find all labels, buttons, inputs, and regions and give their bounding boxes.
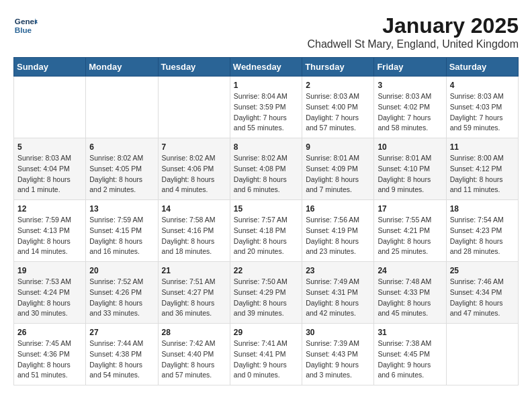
day-info: Sunrise: 8:00 AM Sunset: 4:12 PM Dayligh… bbox=[450, 153, 515, 195]
day-number: 14 bbox=[162, 204, 226, 214]
day-info: Sunrise: 8:01 AM Sunset: 4:09 PM Dayligh… bbox=[306, 153, 370, 195]
day-number: 26 bbox=[17, 328, 82, 337]
day-number: 13 bbox=[89, 204, 154, 214]
calendar-cell: 20Sunrise: 7:52 AM Sunset: 4:26 PM Dayli… bbox=[86, 262, 158, 324]
week-row-1: 1Sunrise: 8:04 AM Sunset: 3:59 PM Daylig… bbox=[14, 77, 519, 138]
day-info: Sunrise: 7:45 AM Sunset: 4:36 PM Dayligh… bbox=[17, 338, 82, 381]
calendar-cell: 22Sunrise: 7:50 AM Sunset: 4:29 PM Dayli… bbox=[230, 262, 302, 324]
day-number: 6 bbox=[89, 142, 154, 152]
calendar-cell: 7Sunrise: 8:02 AM Sunset: 4:06 PM Daylig… bbox=[158, 138, 230, 200]
day-info: Sunrise: 7:49 AM Sunset: 4:31 PM Dayligh… bbox=[306, 277, 370, 319]
calendar-cell: 25Sunrise: 7:46 AM Sunset: 4:34 PM Dayli… bbox=[446, 262, 518, 324]
day-info: Sunrise: 7:41 AM Sunset: 4:41 PM Dayligh… bbox=[234, 338, 298, 381]
calendar-cell: 9Sunrise: 8:01 AM Sunset: 4:09 PM Daylig… bbox=[302, 138, 374, 200]
day-number: 31 bbox=[378, 328, 442, 337]
day-info: Sunrise: 7:56 AM Sunset: 4:19 PM Dayligh… bbox=[306, 215, 370, 257]
day-info: Sunrise: 8:04 AM Sunset: 3:59 PM Dayligh… bbox=[234, 91, 298, 134]
calendar-cell: 24Sunrise: 7:48 AM Sunset: 4:33 PM Dayli… bbox=[374, 262, 446, 324]
day-info: Sunrise: 7:59 AM Sunset: 4:15 PM Dayligh… bbox=[89, 215, 154, 257]
calendar-cell: 27Sunrise: 7:44 AM Sunset: 4:38 PM Dayli… bbox=[86, 324, 158, 385]
day-number: 20 bbox=[89, 266, 154, 275]
day-number: 24 bbox=[378, 266, 442, 275]
day-info: Sunrise: 7:54 AM Sunset: 4:23 PM Dayligh… bbox=[450, 215, 515, 257]
day-info: Sunrise: 8:01 AM Sunset: 4:10 PM Dayligh… bbox=[378, 153, 442, 195]
calendar-header: General Blue January 2025 Chadwell St Ma… bbox=[13, 13, 519, 50]
day-info: Sunrise: 7:51 AM Sunset: 4:27 PM Dayligh… bbox=[162, 277, 226, 319]
calendar-cell: 14Sunrise: 7:58 AM Sunset: 4:16 PM Dayli… bbox=[158, 200, 230, 262]
week-row-4: 19Sunrise: 7:53 AM Sunset: 4:24 PM Dayli… bbox=[14, 262, 519, 324]
day-info: Sunrise: 8:02 AM Sunset: 4:08 PM Dayligh… bbox=[234, 153, 298, 195]
calendar-cell: 28Sunrise: 7:42 AM Sunset: 4:40 PM Dayli… bbox=[158, 324, 230, 385]
calendar-cell: 31Sunrise: 7:38 AM Sunset: 4:45 PM Dayli… bbox=[374, 324, 446, 385]
day-number: 25 bbox=[450, 266, 515, 275]
day-info: Sunrise: 8:03 AM Sunset: 4:04 PM Dayligh… bbox=[17, 153, 82, 195]
day-info: Sunrise: 7:44 AM Sunset: 4:38 PM Dayligh… bbox=[89, 338, 154, 381]
logo-icon: General Blue bbox=[13, 13, 38, 38]
title-block: January 2025 Chadwell St Mary, England, … bbox=[307, 13, 519, 50]
calendar-cell: 29Sunrise: 7:41 AM Sunset: 4:41 PM Dayli… bbox=[230, 324, 302, 385]
logo: General Blue bbox=[13, 13, 38, 38]
day-number: 22 bbox=[234, 266, 298, 275]
day-info: Sunrise: 7:52 AM Sunset: 4:26 PM Dayligh… bbox=[89, 277, 154, 319]
calendar-cell bbox=[14, 77, 86, 138]
calendar-cell: 21Sunrise: 7:51 AM Sunset: 4:27 PM Dayli… bbox=[158, 262, 230, 324]
day-number: 19 bbox=[17, 266, 82, 275]
calendar-cell: 30Sunrise: 7:39 AM Sunset: 4:43 PM Dayli… bbox=[302, 324, 374, 385]
day-info: Sunrise: 7:48 AM Sunset: 4:33 PM Dayligh… bbox=[378, 277, 442, 319]
day-info: Sunrise: 7:59 AM Sunset: 4:13 PM Dayligh… bbox=[17, 215, 82, 257]
day-number: 15 bbox=[234, 204, 298, 214]
calendar-table: SundayMondayTuesdayWednesdayThursdayFrid… bbox=[13, 57, 519, 385]
day-info: Sunrise: 8:03 AM Sunset: 4:02 PM Dayligh… bbox=[378, 91, 442, 134]
day-info: Sunrise: 7:57 AM Sunset: 4:18 PM Dayligh… bbox=[234, 215, 298, 257]
calendar-cell: 8Sunrise: 8:02 AM Sunset: 4:08 PM Daylig… bbox=[230, 138, 302, 200]
day-number: 5 bbox=[17, 142, 82, 152]
day-number: 27 bbox=[89, 328, 154, 337]
day-number: 4 bbox=[450, 81, 515, 90]
calendar-cell bbox=[158, 77, 230, 138]
day-info: Sunrise: 8:02 AM Sunset: 4:05 PM Dayligh… bbox=[89, 153, 154, 195]
calendar-cell: 17Sunrise: 7:55 AM Sunset: 4:21 PM Dayli… bbox=[374, 200, 446, 262]
day-info: Sunrise: 7:46 AM Sunset: 4:34 PM Dayligh… bbox=[450, 277, 515, 319]
weekday-header-sunday: Sunday bbox=[14, 58, 86, 77]
calendar-cell bbox=[86, 77, 158, 138]
day-number: 11 bbox=[450, 142, 515, 152]
week-row-3: 12Sunrise: 7:59 AM Sunset: 4:13 PM Dayli… bbox=[14, 200, 519, 262]
weekday-header-monday: Monday bbox=[86, 58, 158, 77]
day-number: 3 bbox=[378, 81, 442, 90]
calendar-cell: 16Sunrise: 7:56 AM Sunset: 4:19 PM Dayli… bbox=[302, 200, 374, 262]
calendar-cell: 10Sunrise: 8:01 AM Sunset: 4:10 PM Dayli… bbox=[374, 138, 446, 200]
day-number: 29 bbox=[234, 328, 298, 337]
calendar-title: January 2025 bbox=[307, 13, 519, 38]
week-row-2: 5Sunrise: 8:03 AM Sunset: 4:04 PM Daylig… bbox=[14, 138, 519, 200]
calendar-cell: 19Sunrise: 7:53 AM Sunset: 4:24 PM Dayli… bbox=[14, 262, 86, 324]
day-number: 7 bbox=[162, 142, 226, 152]
day-number: 30 bbox=[306, 328, 370, 337]
calendar-cell: 3Sunrise: 8:03 AM Sunset: 4:02 PM Daylig… bbox=[374, 77, 446, 138]
calendar-cell: 11Sunrise: 8:00 AM Sunset: 4:12 PM Dayli… bbox=[446, 138, 518, 200]
weekday-header-wednesday: Wednesday bbox=[230, 58, 302, 77]
day-number: 23 bbox=[306, 266, 370, 275]
calendar-cell: 18Sunrise: 7:54 AM Sunset: 4:23 PM Dayli… bbox=[446, 200, 518, 262]
day-number: 1 bbox=[234, 81, 298, 90]
calendar-cell: 15Sunrise: 7:57 AM Sunset: 4:18 PM Dayli… bbox=[230, 200, 302, 262]
calendar-cell: 12Sunrise: 7:59 AM Sunset: 4:13 PM Dayli… bbox=[14, 200, 86, 262]
day-info: Sunrise: 8:03 AM Sunset: 4:00 PM Dayligh… bbox=[306, 91, 370, 134]
calendar-cell bbox=[446, 324, 518, 385]
day-number: 9 bbox=[306, 142, 370, 152]
day-number: 21 bbox=[162, 266, 226, 275]
calendar-subtitle: Chadwell St Mary, England, United Kingdo… bbox=[307, 38, 519, 50]
day-number: 2 bbox=[306, 81, 370, 90]
day-info: Sunrise: 8:03 AM Sunset: 4:03 PM Dayligh… bbox=[450, 91, 515, 134]
day-info: Sunrise: 7:38 AM Sunset: 4:45 PM Dayligh… bbox=[378, 338, 442, 381]
calendar-cell: 2Sunrise: 8:03 AM Sunset: 4:00 PM Daylig… bbox=[302, 77, 374, 138]
weekday-header-friday: Friday bbox=[374, 58, 446, 77]
day-number: 10 bbox=[378, 142, 442, 152]
day-info: Sunrise: 7:58 AM Sunset: 4:16 PM Dayligh… bbox=[162, 215, 226, 257]
svg-text:General: General bbox=[15, 17, 38, 26]
calendar-cell: 13Sunrise: 7:59 AM Sunset: 4:15 PM Dayli… bbox=[86, 200, 158, 262]
weekday-header-tuesday: Tuesday bbox=[158, 58, 230, 77]
svg-text:Blue: Blue bbox=[15, 26, 32, 34]
day-number: 18 bbox=[450, 204, 515, 214]
week-row-5: 26Sunrise: 7:45 AM Sunset: 4:36 PM Dayli… bbox=[14, 324, 519, 385]
day-number: 12 bbox=[17, 204, 82, 214]
